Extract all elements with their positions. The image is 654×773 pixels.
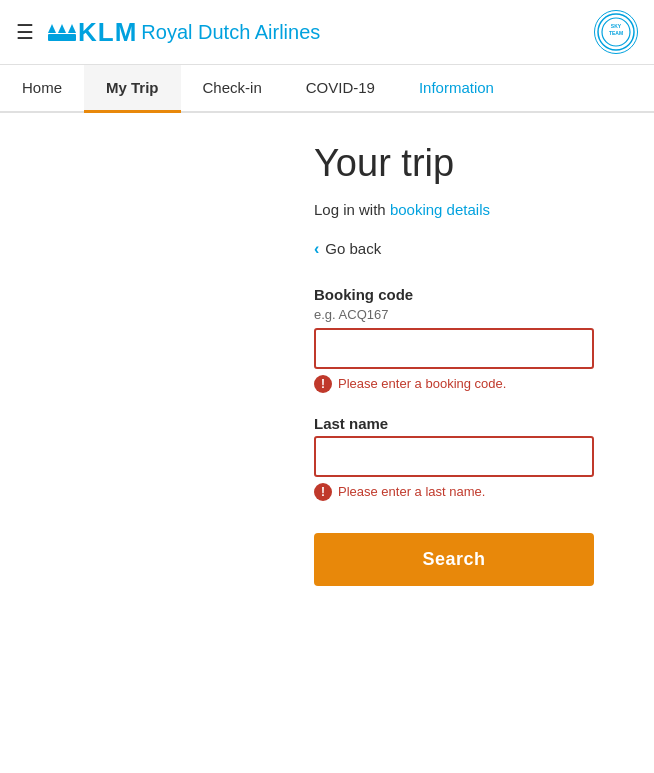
booking-code-error-icon: ! — [314, 375, 332, 393]
brand-name: Royal Dutch Airlines — [141, 21, 320, 44]
booking-code-group: Booking code e.g. ACQ167 ! Please enter … — [314, 286, 594, 393]
klm-crown-icon — [48, 24, 76, 41]
menu-icon[interactable]: ☰ — [16, 20, 34, 44]
last-name-error-icon: ! — [314, 483, 332, 501]
nav-home[interactable]: Home — [0, 65, 84, 113]
nav-my-trip[interactable]: My Trip — [84, 65, 181, 113]
header: ☰ KLM Royal Dutch Airlines SKY TEAM — [0, 0, 654, 65]
booking-code-hint: e.g. ACQ167 — [314, 307, 594, 322]
booking-code-error: ! Please enter a booking code. — [314, 375, 594, 393]
svg-text:SKY: SKY — [611, 23, 622, 29]
last-name-group: Last name ! Please enter a last name. — [314, 415, 594, 501]
svg-text:TEAM: TEAM — [609, 30, 623, 36]
last-name-error: ! Please enter a last name. — [314, 483, 594, 501]
nav-covid19[interactable]: COVID-19 — [284, 65, 397, 113]
booking-code-label: Booking code — [314, 286, 594, 303]
last-name-label: Last name — [314, 415, 594, 432]
chevron-left-icon: ‹ — [314, 240, 319, 258]
skyteam-logo: SKY TEAM — [594, 10, 638, 54]
main-content: Your trip Log in with booking details ‹ … — [0, 113, 654, 626]
login-prompt: Log in with booking details — [314, 201, 594, 218]
booking-code-error-text: Please enter a booking code. — [338, 376, 506, 391]
last-name-error-text: Please enter a last name. — [338, 484, 485, 499]
go-back-link[interactable]: ‹ Go back — [314, 240, 594, 258]
klm-wordmark: KLM — [78, 19, 137, 45]
page-title: Your trip — [314, 143, 594, 185]
nav-check-in[interactable]: Check-in — [181, 65, 284, 113]
form-panel: Your trip Log in with booking details ‹ … — [314, 143, 594, 586]
search-button[interactable]: Search — [314, 533, 594, 586]
last-name-input[interactable] — [314, 436, 594, 477]
booking-code-input[interactable] — [314, 328, 594, 369]
go-back-label: Go back — [325, 240, 381, 257]
main-nav: Home My Trip Check-in COVID-19 Informati… — [0, 65, 654, 113]
klm-logo: KLM Royal Dutch Airlines — [48, 19, 320, 45]
booking-details-link[interactable]: booking details — [390, 201, 490, 218]
login-prefix-text: Log in with — [314, 201, 390, 218]
nav-information[interactable]: Information — [397, 65, 516, 113]
